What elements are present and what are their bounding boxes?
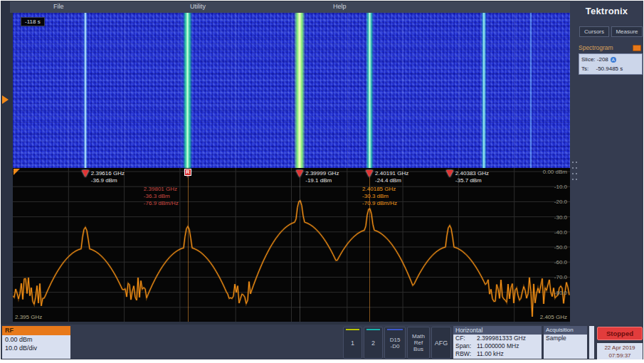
menu-bar: File Utility Help [10, 1, 570, 13]
datetime-panel: 22 Apr 2019 07:59:37 [597, 343, 643, 359]
horizontal-panel[interactable]: Horizontal CF:2.399981333 GHz Span:11.00… [453, 326, 542, 359]
marker-readout: 2.39616 GHz-36.9 dBm [91, 170, 125, 184]
marker-triangle-icon[interactable] [446, 170, 453, 177]
afg-label: AFG [435, 340, 448, 347]
time-text: 07:59:37 [597, 352, 643, 359]
y-tick-label: -60.0 [554, 259, 567, 265]
channel-1-color-line [346, 329, 359, 330]
freq-axis-right-label: 2.405 GHz [540, 314, 567, 320]
marker-detail-readout: 2.40185 GHz-30.3 dBm-70.9 dBm/Hz [362, 186, 397, 207]
cf-label: CF: [455, 335, 477, 342]
menu-help[interactable]: Help [333, 3, 347, 10]
spectrogram-panel-header[interactable]: Spectrogram [579, 43, 643, 53]
acquisition-panel-title: Acquisition [544, 326, 587, 335]
acquisition-panel[interactable]: Acquisition Sample [544, 326, 587, 359]
tektronix-logo: Tektronix [570, 6, 643, 16]
horizontal-panel-title: Horizontal [453, 326, 542, 335]
digital-channels-button[interactable]: D15 -D0 [384, 327, 406, 359]
ts-row: Ts: -50.9485 s [581, 64, 640, 73]
ts-value: -50.9485 s [596, 65, 623, 72]
rf-badge-title: RF [2, 326, 70, 335]
afg-button[interactable]: AFG [431, 327, 451, 359]
marker-stem [188, 177, 189, 322]
ts-label: Ts: [581, 65, 588, 72]
run-stop-status-button[interactable]: Stopped [597, 327, 643, 340]
channel-2-color-line [366, 329, 380, 330]
rbw-value: 11.00 kHz [477, 350, 504, 358]
marker-readout: 2.40383 GHz-35.7 dBm [455, 170, 489, 184]
cf-value: 2.399981333 GHz [477, 335, 526, 342]
slice-value: -208 [597, 56, 608, 63]
marker-readout: 2.40191 GHz-24.4 dBm [375, 170, 408, 184]
spectrogram-signal-line [183, 13, 192, 168]
y-tick-label: -80.0 [554, 290, 567, 296]
spectrogram-panel-icon[interactable] [633, 45, 641, 51]
channel-2-button[interactable]: 2 [364, 327, 383, 359]
spectrogram-time-cursor-tag: -118 s [21, 17, 45, 26]
math-ref-bus-label: Math Ref Bus [412, 333, 425, 352]
marker-stem [300, 177, 300, 322]
amplitude-top-label: 0.00 dBm [543, 169, 567, 175]
right-sidebar: Tektronix Cursors Measure Spectrogram Sl… [570, 1, 643, 325]
marker-a-icon: A [611, 57, 616, 63]
reference-marker-badge[interactable]: R [184, 169, 191, 176]
spectrogram-signal-line [83, 13, 88, 168]
slice-label: Slice: [581, 56, 596, 63]
span-label: Span: [455, 342, 477, 350]
spectrogram-signal-line [294, 13, 305, 168]
slice-position-arrow-icon[interactable] [2, 95, 9, 104]
oscilloscope-screen: File Utility Help -118 s 0.00 dBm -10.0-… [1, 1, 643, 359]
channel-2-label: 2 [371, 340, 375, 347]
acquisition-mode: Sample [544, 335, 587, 342]
math-ref-bus-button[interactable]: Math Ref Bus [407, 327, 430, 359]
y-tick-label: -30.0 [554, 214, 567, 221]
screenshot-page: File Utility Help -118 s 0.00 dBm -10.0-… [0, 0, 644, 363]
y-tick-label: -70.0 [554, 274, 567, 280]
cursors-button[interactable]: Cursors [579, 26, 609, 37]
freq-axis-left-label: 2.395 GHz [15, 314, 42, 320]
spectrogram-readout-panel[interactable]: Slice: -208A Ts: -50.9485 s [579, 53, 643, 75]
spectrogram-signal-line [366, 13, 374, 168]
side-strip [589, 326, 594, 359]
marker-triangle-icon[interactable] [296, 170, 303, 177]
date-text: 22 Apr 2019 [597, 344, 643, 352]
y-tick-label: -10.0 [554, 184, 567, 190]
marker-triangle-icon[interactable] [82, 170, 89, 177]
menu-utility[interactable]: Utility [190, 3, 206, 10]
spectrogram-signal-line [481, 13, 487, 168]
digital-channels-color-line [387, 329, 403, 330]
channel-1-label: 1 [351, 340, 354, 347]
bottom-bar: RF 0.00 dBm 10.0 dB/div 1 2 D15 -D0 Math… [1, 325, 643, 359]
marker-readout: 2.39999 GHz-19.1 dBm [305, 170, 339, 184]
rbw-label: RBW: [455, 350, 477, 358]
menu-file[interactable]: File [53, 3, 64, 10]
spectrogram-signal-line [529, 13, 532, 168]
channel-1-button[interactable]: 1 [343, 327, 362, 359]
spectrum-plot[interactable]: 0.00 dBm -10.0-20.0-30.0-40.0-50.0-60.0-… [13, 168, 570, 322]
slice-row: Slice: -208A [581, 55, 640, 64]
measure-button[interactable]: Measure [611, 26, 643, 37]
y-tick-label: -50.0 [554, 244, 567, 251]
rf-level: 0.00 dBm [2, 335, 70, 344]
spectrogram-panel-title: Spectrogram [579, 44, 613, 51]
rf-scale: 10.0 dB/div [2, 344, 70, 352]
trace-indicator-icon [14, 169, 20, 175]
spectrogram-display[interactable]: -118 s [13, 13, 570, 168]
digital-channels-label: D15 -D0 [390, 337, 401, 349]
marker-detail-readout: 2.39801 GHz-36.3 dBm-76.9 dBm/Hz [144, 186, 179, 207]
splitter-handle[interactable] [572, 162, 578, 183]
span-value: 11.000000 MHz [477, 342, 519, 350]
rf-channel-badge[interactable]: RF 0.00 dBm 10.0 dB/div [2, 326, 70, 359]
y-tick-label: -20.0 [554, 199, 567, 205]
marker-triangle-icon[interactable] [366, 170, 373, 177]
y-tick-label: -40.0 [554, 229, 567, 236]
